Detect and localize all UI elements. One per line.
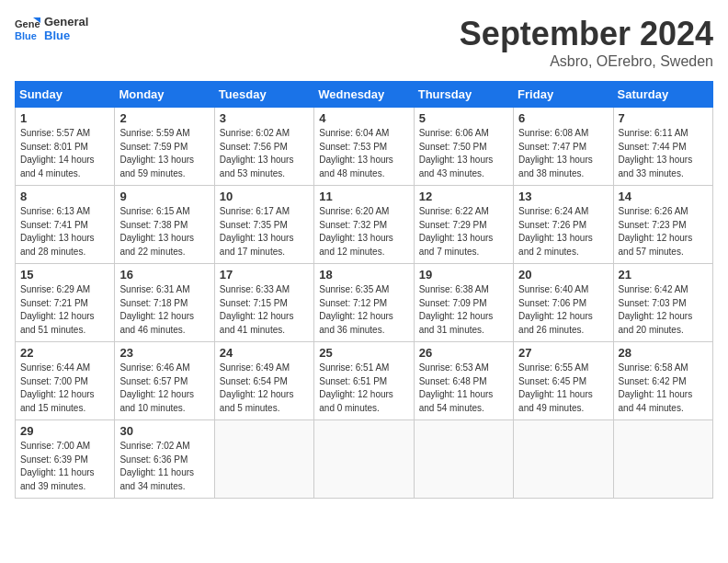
weekday-header-monday: Monday <box>115 82 214 108</box>
day-info: Sunrise: 6:13 AM Sunset: 7:41 PM Dayligh… <box>20 205 109 259</box>
location: Asbro, OErebro, Sweden <box>460 53 713 70</box>
day-number: 27 <box>518 346 608 360</box>
day-cell: 8Sunrise: 6:13 AM Sunset: 7:41 PM Daylig… <box>16 186 115 264</box>
day-cell <box>613 420 712 499</box>
day-cell <box>414 420 513 499</box>
day-info: Sunrise: 6:20 AM Sunset: 7:32 PM Dayligh… <box>319 205 408 259</box>
calendar-table: SundayMondayTuesdayWednesdayThursdayFrid… <box>15 81 713 499</box>
day-info: Sunrise: 6:35 AM Sunset: 7:12 PM Dayligh… <box>319 283 408 337</box>
day-number: 16 <box>119 268 209 282</box>
weekday-header-wednesday: Wednesday <box>314 82 414 108</box>
day-number: 19 <box>419 268 508 282</box>
day-number: 8 <box>20 190 109 203</box>
weekday-header-tuesday: Tuesday <box>214 82 313 108</box>
day-info: Sunrise: 6:08 AM Sunset: 7:47 PM Dayligh… <box>518 127 608 180</box>
week-row-2: 8Sunrise: 6:13 AM Sunset: 7:41 PM Daylig… <box>16 186 713 264</box>
logo-icon: General Blue <box>15 16 40 41</box>
day-info: Sunrise: 6:24 AM Sunset: 7:26 PM Dayligh… <box>518 205 608 259</box>
day-number: 11 <box>319 190 408 203</box>
day-cell: 2Sunrise: 5:59 AM Sunset: 7:59 PM Daylig… <box>115 108 214 186</box>
day-number: 26 <box>419 346 508 360</box>
day-info: Sunrise: 6:29 AM Sunset: 7:21 PM Dayligh… <box>20 283 109 337</box>
weekday-header-friday: Friday <box>514 82 613 108</box>
day-info: Sunrise: 6:55 AM Sunset: 6:45 PM Dayligh… <box>518 362 608 415</box>
day-info: Sunrise: 6:02 AM Sunset: 7:56 PM Dayligh… <box>220 127 309 180</box>
day-cell: 30Sunrise: 7:02 AM Sunset: 6:36 PM Dayli… <box>115 420 214 499</box>
day-cell <box>214 420 313 499</box>
svg-text:Blue: Blue <box>15 30 37 41</box>
day-number: 2 <box>119 111 209 125</box>
week-row-3: 15Sunrise: 6:29 AM Sunset: 7:21 PM Dayli… <box>16 264 713 342</box>
day-cell: 16Sunrise: 6:31 AM Sunset: 7:18 PM Dayli… <box>115 264 214 342</box>
day-number: 9 <box>119 190 209 203</box>
day-cell: 29Sunrise: 7:00 AM Sunset: 6:39 PM Dayli… <box>16 420 115 499</box>
day-info: Sunrise: 6:11 AM Sunset: 7:44 PM Dayligh… <box>619 127 708 180</box>
day-info: Sunrise: 6:26 AM Sunset: 7:23 PM Dayligh… <box>619 205 708 259</box>
day-info: Sunrise: 6:58 AM Sunset: 6:42 PM Dayligh… <box>619 362 708 415</box>
day-number: 17 <box>220 268 309 282</box>
day-number: 15 <box>20 268 109 282</box>
day-cell: 15Sunrise: 6:29 AM Sunset: 7:21 PM Dayli… <box>16 264 115 342</box>
day-cell: 19Sunrise: 6:38 AM Sunset: 7:09 PM Dayli… <box>414 264 513 342</box>
day-info: Sunrise: 5:57 AM Sunset: 8:01 PM Dayligh… <box>20 127 109 180</box>
day-cell: 23Sunrise: 6:46 AM Sunset: 6:57 PM Dayli… <box>115 342 214 420</box>
day-number: 7 <box>619 111 708 125</box>
day-number: 14 <box>619 190 708 203</box>
week-row-5: 29Sunrise: 7:00 AM Sunset: 6:39 PM Dayli… <box>16 420 713 499</box>
day-number: 1 <box>20 111 109 125</box>
day-info: Sunrise: 6:49 AM Sunset: 6:54 PM Dayligh… <box>220 362 309 415</box>
day-info: Sunrise: 6:46 AM Sunset: 6:57 PM Dayligh… <box>119 362 209 415</box>
weekday-header-thursday: Thursday <box>414 82 513 108</box>
day-number: 12 <box>419 190 508 203</box>
day-info: Sunrise: 6:33 AM Sunset: 7:15 PM Dayligh… <box>220 283 309 337</box>
day-info: Sunrise: 6:40 AM Sunset: 7:06 PM Dayligh… <box>518 283 608 337</box>
day-info: Sunrise: 6:31 AM Sunset: 7:18 PM Dayligh… <box>119 283 209 337</box>
day-info: Sunrise: 6:06 AM Sunset: 7:50 PM Dayligh… <box>419 127 508 180</box>
day-number: 6 <box>518 111 608 125</box>
day-number: 22 <box>20 346 109 360</box>
day-info: Sunrise: 6:51 AM Sunset: 6:51 PM Dayligh… <box>319 362 408 415</box>
day-cell: 26Sunrise: 6:53 AM Sunset: 6:48 PM Dayli… <box>414 342 513 420</box>
day-number: 4 <box>319 111 408 125</box>
day-cell: 11Sunrise: 6:20 AM Sunset: 7:32 PM Dayli… <box>314 186 414 264</box>
day-number: 3 <box>220 111 309 125</box>
day-cell: 12Sunrise: 6:22 AM Sunset: 7:29 PM Dayli… <box>414 186 513 264</box>
day-info: Sunrise: 7:00 AM Sunset: 6:39 PM Dayligh… <box>20 440 109 493</box>
logo: General Blue General Blue <box>15 15 88 42</box>
day-number: 18 <box>319 268 408 282</box>
day-info: Sunrise: 6:15 AM Sunset: 7:38 PM Dayligh… <box>119 205 209 259</box>
day-cell: 20Sunrise: 6:40 AM Sunset: 7:06 PM Dayli… <box>514 264 613 342</box>
day-number: 24 <box>220 346 309 360</box>
day-cell: 22Sunrise: 6:44 AM Sunset: 7:00 PM Dayli… <box>16 342 115 420</box>
day-cell <box>314 420 414 499</box>
week-row-4: 22Sunrise: 6:44 AM Sunset: 7:00 PM Dayli… <box>16 342 713 420</box>
weekday-header-sunday: Sunday <box>16 82 115 108</box>
week-row-1: 1Sunrise: 5:57 AM Sunset: 8:01 PM Daylig… <box>16 108 713 186</box>
day-number: 25 <box>319 346 408 360</box>
day-info: Sunrise: 6:38 AM Sunset: 7:09 PM Dayligh… <box>419 283 508 337</box>
day-number: 21 <box>619 268 708 282</box>
day-cell: 13Sunrise: 6:24 AM Sunset: 7:26 PM Dayli… <box>514 186 613 264</box>
day-cell: 24Sunrise: 6:49 AM Sunset: 6:54 PM Dayli… <box>214 342 313 420</box>
weekday-header-row: SundayMondayTuesdayWednesdayThursdayFrid… <box>16 82 713 108</box>
day-cell: 9Sunrise: 6:15 AM Sunset: 7:38 PM Daylig… <box>115 186 214 264</box>
day-cell: 10Sunrise: 6:17 AM Sunset: 7:35 PM Dayli… <box>214 186 313 264</box>
day-info: Sunrise: 6:17 AM Sunset: 7:35 PM Dayligh… <box>220 205 309 259</box>
day-info: Sunrise: 6:04 AM Sunset: 7:53 PM Dayligh… <box>319 127 408 180</box>
day-info: Sunrise: 6:44 AM Sunset: 7:00 PM Dayligh… <box>20 362 109 415</box>
day-cell: 7Sunrise: 6:11 AM Sunset: 7:44 PM Daylig… <box>613 108 712 186</box>
day-info: Sunrise: 6:53 AM Sunset: 6:48 PM Dayligh… <box>419 362 508 415</box>
day-cell: 27Sunrise: 6:55 AM Sunset: 6:45 PM Dayli… <box>514 342 613 420</box>
page-header: General Blue General Blue September 2024… <box>15 15 713 70</box>
day-cell: 25Sunrise: 6:51 AM Sunset: 6:51 PM Dayli… <box>314 342 414 420</box>
day-cell: 1Sunrise: 5:57 AM Sunset: 8:01 PM Daylig… <box>16 108 115 186</box>
day-info: Sunrise: 6:42 AM Sunset: 7:03 PM Dayligh… <box>619 283 708 337</box>
day-cell: 18Sunrise: 6:35 AM Sunset: 7:12 PM Dayli… <box>314 264 414 342</box>
day-cell: 5Sunrise: 6:06 AM Sunset: 7:50 PM Daylig… <box>414 108 513 186</box>
day-cell: 4Sunrise: 6:04 AM Sunset: 7:53 PM Daylig… <box>314 108 414 186</box>
day-number: 10 <box>220 190 309 203</box>
weekday-header-saturday: Saturday <box>613 82 712 108</box>
day-cell: 3Sunrise: 6:02 AM Sunset: 7:56 PM Daylig… <box>214 108 313 186</box>
day-number: 30 <box>119 424 209 438</box>
day-number: 20 <box>518 268 608 282</box>
